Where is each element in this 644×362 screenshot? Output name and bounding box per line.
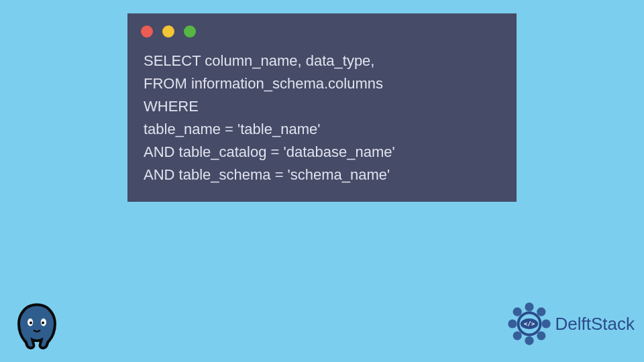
postgresql-logo-icon (9, 300, 64, 355)
delftstack-brand: </> DelftStack (507, 302, 635, 346)
code-block: SELECT column_name, data_type, FROM info… (144, 50, 500, 187)
svg-text:</>: </> (523, 320, 535, 327)
svg-point-11 (513, 308, 521, 316)
svg-point-6 (541, 319, 550, 328)
svg-point-5 (537, 308, 545, 316)
brand-name: DelftStack (555, 314, 635, 335)
code-line: AND table_catalog = 'database_name' (144, 143, 395, 160)
minimize-icon (162, 25, 174, 38)
code-line: FROM information_schema.columns (144, 75, 383, 92)
svg-point-10 (508, 319, 517, 328)
svg-point-9 (513, 331, 521, 340)
code-line: AND table_schema = 'schema_name' (144, 166, 390, 183)
svg-point-3 (42, 322, 44, 324)
delftstack-logo-icon: </> (507, 302, 551, 346)
close-icon (141, 25, 153, 38)
svg-point-8 (525, 336, 533, 345)
code-line: table_name = 'table_name' (144, 121, 320, 137)
window-controls (141, 25, 500, 38)
code-window: SELECT column_name, data_type, FROM info… (127, 13, 517, 202)
code-line: SELECT column_name, data_type, (144, 52, 374, 69)
maximize-icon (184, 25, 196, 38)
code-line: WHERE (144, 98, 199, 115)
svg-point-2 (30, 322, 32, 324)
svg-point-4 (525, 302, 533, 311)
svg-point-7 (537, 331, 545, 340)
